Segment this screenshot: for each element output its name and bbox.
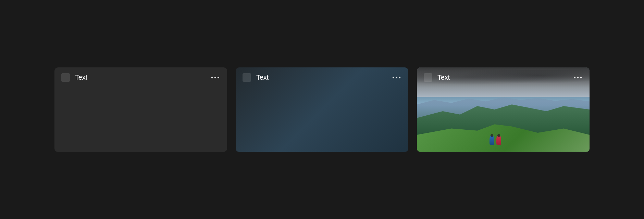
card-header-left: Text [243, 73, 269, 82]
card-header-left: Text [61, 73, 87, 82]
card-title: Text [256, 74, 269, 81]
more-button[interactable] [572, 73, 583, 83]
card-plain[interactable]: Text [54, 67, 227, 152]
card-header: Text [54, 67, 227, 88]
more-horizontal-icon [211, 77, 219, 78]
more-button[interactable] [210, 73, 220, 83]
card-title: Text [75, 74, 87, 81]
placeholder-icon [243, 73, 251, 82]
card-header-left: Text [424, 73, 450, 82]
placeholder-icon [61, 73, 70, 82]
more-horizontal-icon [393, 77, 400, 78]
card-header: Text [417, 67, 590, 88]
card-row: Text Text [54, 67, 590, 152]
more-button[interactable] [391, 73, 401, 83]
card-title: Text [437, 74, 450, 81]
more-horizontal-icon [574, 77, 582, 78]
card-header: Text [236, 67, 408, 88]
card-image[interactable]: Text [417, 67, 590, 152]
card-gradient[interactable]: Text [236, 67, 408, 152]
placeholder-icon [424, 73, 432, 82]
